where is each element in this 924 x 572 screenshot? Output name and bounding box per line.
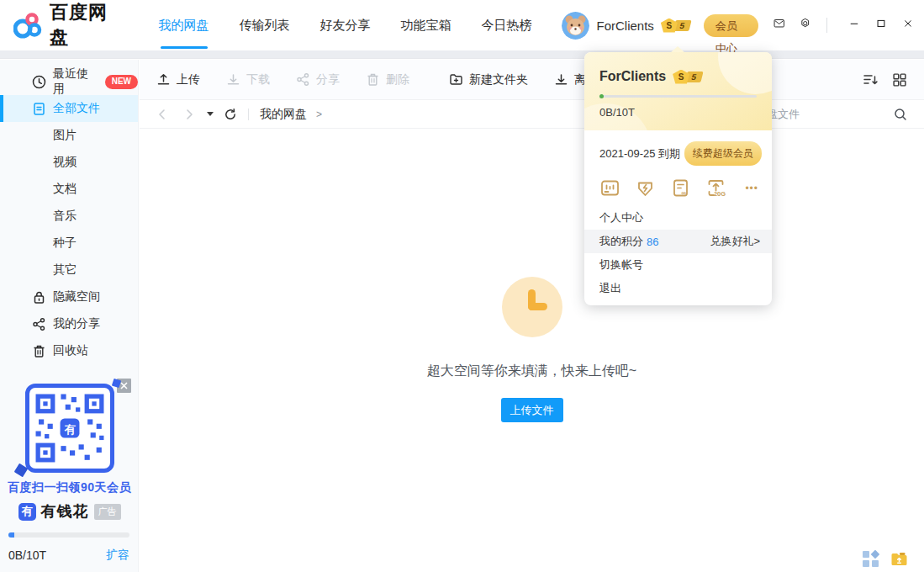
share-label: 分享 [316,72,340,87]
vip-privileges-row: ∞ 20G ••• [584,166,772,206]
sidebar-item-label: 最近使用 [53,66,98,97]
grid-view-icon[interactable] [892,72,907,87]
new-badge: NEW [105,75,138,89]
ad-caption: 百度扫一扫领90天会员 [0,480,139,495]
sidebar-item-music[interactable]: 音乐 [0,203,138,230]
sidebar-item-all-files[interactable]: 全部文件 [0,95,138,122]
new-folder-label: 新建文件夹 [469,72,528,87]
sidebar-item-my-shares[interactable]: 我的分享 [0,310,138,337]
breadcrumb-bar: 我的网盘 > [140,100,924,129]
mini-apps-grid-icon[interactable] [862,550,879,568]
panel-username: ForClients [599,69,666,84]
clock-icon [32,75,46,89]
qr-decoration-cube [13,463,28,478]
qr-code: 有 [25,384,114,473]
sidebar-ad: 有 百度扫一扫领90天会员 有 有钱花 广告 [0,377,139,522]
sidebar-item-label: 我的分享 [53,316,100,331]
sidebar-item-label: 全部文件 [53,101,100,116]
corner-shortcuts [862,550,908,568]
upload-quota-icon[interactable]: 20G [705,177,726,199]
share-icon [32,317,46,331]
menu-item-switch-account[interactable]: 切换帐号 [584,253,772,277]
trash-icon [366,72,380,87]
qr-center-logo: 有 [63,423,76,436]
sidebar-item-others[interactable]: 其它 [0,257,138,283]
back-arrow-icon[interactable] [156,109,168,120]
upload-button[interactable]: 上传 [156,72,200,87]
refresh-icon[interactable] [224,108,237,121]
app-logo: 百度网盘 [0,0,118,50]
breadcrumb-chevron: > [316,109,322,120]
svip-badge[interactable]: S 5 [661,19,690,33]
expand-storage-link[interactable]: 扩容 [106,548,129,563]
points-label: 我的积分 [599,234,643,249]
sidebar-item-torrents[interactable]: 种子 [0,230,138,257]
panel-storage-bar [599,95,757,98]
new-folder-button[interactable]: 新建文件夹 [449,72,528,87]
sort-order-icon[interactable] [863,72,878,87]
membership-expiry-row: 2021-09-25 到期 续费超级会员 [584,130,772,166]
tab-friend-share[interactable]: 好友分享 [319,0,372,50]
unlimited-transfer-icon[interactable]: ∞ [670,177,691,199]
breadcrumb-divider [248,109,249,120]
app-title: 百度网盘 [50,0,118,50]
expiry-date-label: 2021-09-25 到期 [599,146,680,162]
history-dropdown-icon[interactable] [207,112,214,116]
svg-text:∞: ∞ [681,189,686,197]
sidebar-item-recycle-bin[interactable]: 回收站 [0,337,138,364]
upload-folder-icon[interactable] [890,550,908,568]
sidebar-item-label: 回收站 [53,343,88,358]
menu-item-points[interactable]: 我的积分 86 兑换好礼> [584,230,772,253]
download-icon [226,72,240,87]
tab-transfer-list[interactable]: 传输列表 [239,0,291,50]
sidebar-item-documents[interactable]: 文档 [0,176,138,203]
lock-icon [32,290,46,305]
sidebar-item-label: 隐藏空间 [53,289,100,305]
offline-download-icon [554,72,568,87]
member-center-button[interactable]: 会员中心 [704,14,758,37]
download-button[interactable]: 下载 [226,72,270,87]
search-icon[interactable] [894,108,907,121]
user-avatar[interactable] [562,12,589,40]
upload-file-button[interactable]: 上传文件 [501,398,563,422]
menu-item-logout[interactable]: 退出 [584,277,772,300]
user-menu: 个人中心 我的积分 86 兑换好礼> 切换帐号 退出 [584,206,772,305]
breadcrumb-root[interactable]: 我的网盘 [260,107,307,122]
brand-name: 有钱花 [41,501,89,522]
storage-capacity-icon[interactable] [599,177,620,199]
tab-hot-list[interactable]: 今日热榜 [481,0,533,50]
menu-item-profile[interactable]: 个人中心 [584,206,772,230]
share-icon [296,72,310,87]
titlebar-shadow-band [0,50,924,59]
titlebar-right: ForClients S 5 会员中心 [562,12,924,40]
tab-my-drive[interactable]: 我的网盘 [158,0,210,50]
redeem-gift-link[interactable]: 兑换好礼> [710,234,760,249]
upload-icon [156,72,171,87]
tab-toolbox[interactable]: 功能宝箱 [400,0,452,50]
sidebar: 最近使用 NEW 全部文件 图片 视频 文档 音乐 种子 其它 隐藏空间 我的分… [0,60,139,572]
sidebar-item-videos[interactable]: 视频 [0,149,138,176]
file-list-area: 超大空间等你来填满，快来上传吧~ 上传文件 [140,129,924,572]
username-label[interactable]: ForClients [597,19,654,33]
forward-arrow-icon[interactable] [183,109,195,120]
sidebar-item-hidden-space[interactable]: 隐藏空间 [0,283,138,310]
speed-download-icon[interactable] [635,177,656,199]
top-navigation: 我的网盘 传输列表 好友分享 功能宝箱 今日热榜 [158,0,562,50]
more-privileges-icon[interactable]: ••• [745,183,758,194]
panel-storage-dot [599,94,604,98]
mail-icon[interactable] [774,18,784,34]
sidebar-item-recent[interactable]: 最近使用 NEW [0,68,138,95]
renew-svip-button[interactable]: 续费超级会员 [684,141,762,166]
trash-icon [32,344,46,358]
close-button-icon[interactable] [904,19,912,31]
ad-tag: 广告 [94,504,121,520]
delete-button[interactable]: 删除 [366,72,409,87]
share-button[interactable]: 分享 [296,72,340,87]
sidebar-item-pictures[interactable]: 图片 [0,122,138,149]
delete-label: 删除 [386,72,409,87]
settings-gear-icon[interactable] [800,18,810,34]
upload-quota-text: 20G [714,190,726,198]
maximize-button-icon[interactable] [877,19,885,31]
storage-progress-bar [8,532,129,538]
minimize-button-icon[interactable] [850,19,858,31]
